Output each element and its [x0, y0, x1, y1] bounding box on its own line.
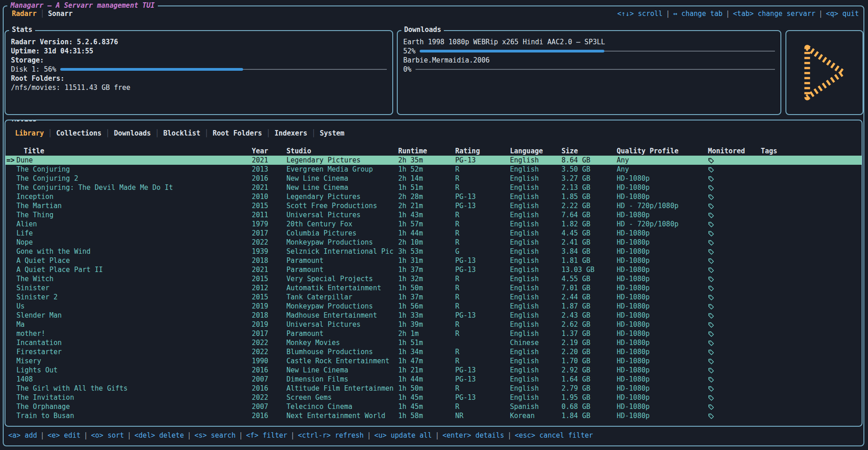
cell-title: Train to Busan: [16, 411, 252, 420]
cell-monitored: [706, 384, 761, 393]
cell-quality: HD-1080p: [617, 311, 706, 320]
version-number: 5.2.6.8376: [77, 38, 118, 46]
movies-tab-system[interactable]: System: [316, 129, 348, 137]
hint-separator: |: [187, 431, 191, 440]
cell-title: Firestarter: [16, 347, 252, 356]
cell-quality: HD-1080p: [617, 274, 706, 283]
tag-icon: [708, 267, 714, 273]
cell-quality: HD-1080p: [617, 174, 706, 183]
cell-title: Incantation: [16, 338, 252, 347]
table-row[interactable]: Inception2010Legendary Pictures2h 28mPG-…: [5, 192, 862, 201]
cell-size: 2.62 GB: [561, 320, 617, 329]
cell-studio: Tank Caterpillar: [286, 293, 398, 302]
table-row[interactable]: Sinister2012Automatik Entertainment1h 50…: [5, 283, 862, 293]
table-row[interactable]: Life2017Columbia Pictures1h 44mREnglish4…: [5, 229, 862, 238]
cell-year: 2019: [252, 302, 286, 311]
table-row[interactable]: The Witch2015Very Special Projects1h 32m…: [5, 274, 862, 283]
cell-runtime: 1h 44m: [398, 375, 455, 384]
table-row[interactable]: mother!2017Paramount2h 1mREnglish1.37 GB…: [5, 329, 862, 338]
cell-studio: New Line Cinema: [286, 183, 398, 192]
cell-title: Slender Man: [16, 311, 252, 320]
table-row[interactable]: The Conjuring: The Devil Made Me Do It20…: [5, 183, 862, 192]
tag-icon: [708, 413, 714, 419]
table-row[interactable]: Sinister 22015Tank Caterpillar1h 37mREng…: [5, 293, 862, 302]
cell-monitored: [706, 274, 761, 283]
cell-title: Alien: [16, 220, 252, 229]
movies-tab-library[interactable]: Library: [11, 129, 48, 137]
cell-title: The Conjuring 2: [16, 174, 252, 183]
tab-separator: │: [106, 129, 110, 137]
column-header-runtime: Runtime: [398, 147, 455, 156]
tab-separator: │: [48, 129, 52, 137]
table-row[interactable]: The Invitation2022Screen Gems1h 45mPG-13…: [5, 393, 862, 402]
tag-icon: [708, 340, 714, 346]
cell-size: 1.37 GB: [561, 329, 617, 338]
hint-key: <s>: [194, 431, 207, 440]
cell-language: English: [510, 229, 561, 238]
tag-icon: [708, 377, 714, 383]
cell-quality: HD-1080p: [617, 393, 706, 402]
cell-monitored: [706, 347, 761, 356]
table-row[interactable]: Slender Man2018Madhouse Entertainment1h …: [5, 311, 862, 320]
table-row[interactable]: =>Dune2021Legendary Pictures2h 35mPG-13E…: [5, 156, 862, 165]
servarr-tab-sonarr[interactable]: Sonarr: [44, 10, 76, 18]
cell-size: 2.92 GB: [561, 366, 617, 375]
tag-icon: [708, 212, 714, 219]
cell-monitored: [706, 293, 761, 302]
cell-rating: PG-13: [455, 201, 510, 210]
movies-tab-downloads[interactable]: Downloads: [110, 129, 155, 137]
table-row[interactable]: 14082007Dimension Films1h 44mPG-13Englis…: [5, 375, 862, 384]
cell-title: The Invitation: [16, 393, 252, 402]
cell-runtime: 1h 34m: [398, 347, 455, 356]
hint-separator: |: [367, 431, 371, 440]
cell-language: English: [510, 220, 561, 229]
table-row[interactable]: A Quiet Place2018Paramount1h 31mPG-13Eng…: [5, 256, 862, 265]
table-row[interactable]: Firestarter2022Blumhouse Productions1h 3…: [5, 347, 862, 356]
table-row[interactable]: Train to Busan2016Next Entertainment Wor…: [5, 411, 862, 420]
servarr-tab-radarr[interactable]: Radarr: [8, 10, 40, 18]
cell-size: 2.43 GB: [561, 311, 617, 320]
table-row[interactable]: The Conjuring2013Evergreen Media Group1h…: [5, 165, 862, 174]
movies-tab-collections[interactable]: Collections: [52, 129, 105, 137]
tab-separator: │: [40, 10, 44, 18]
cell-runtime: 1h 45m: [398, 402, 455, 411]
cell-monitored: [706, 366, 761, 375]
cell-monitored: [706, 283, 761, 293]
cell-monitored: [706, 229, 761, 238]
movies-tab-indexers[interactable]: Indexers: [270, 129, 312, 137]
selection-marker: =>: [5, 156, 16, 165]
tag-icon: [708, 258, 714, 264]
table-row[interactable]: Us2019Monkeypaw Productions1h 56mREnglis…: [5, 302, 862, 311]
hint-label: quit: [838, 10, 859, 18]
table-row[interactable]: Nope2022Monkeypaw Productions2h 10mREngl…: [5, 238, 862, 247]
hint-key: <enter>: [442, 431, 471, 440]
table-row[interactable]: Lights Out2016New Line Cinema1h 21mPG-13…: [5, 366, 862, 375]
table-row[interactable]: The Martian2015Scott Free Productions2h …: [5, 201, 862, 210]
table-row[interactable]: Gone with the Wind1939Selznick Internati…: [5, 247, 862, 256]
table-row[interactable]: Alien197920th Century Fox1h 57mREnglish1…: [5, 220, 862, 229]
cell-year: 2007: [252, 375, 286, 384]
table-row[interactable]: The Orphanage2007Telecinco Cinema1h 45mR…: [5, 402, 862, 411]
cell-language: English: [510, 366, 561, 375]
cell-size: 1.70 GB: [561, 356, 617, 366]
cell-year: 1979: [252, 220, 286, 229]
table-row[interactable]: The Girl with All the Gifts2016Altitude …: [5, 384, 862, 393]
table-row[interactable]: Misery1990Castle Rock Entertainment1h 47…: [5, 356, 862, 366]
cell-size: 4.45 GB: [561, 229, 617, 238]
cell-quality: HD-1080p: [617, 283, 706, 293]
table-row[interactable]: The Conjuring 22016New Line Cinema2h 14m…: [5, 174, 862, 183]
movies-tab-root-folders[interactable]: Root Folders: [208, 129, 266, 137]
cell-runtime: 1h 31m: [398, 256, 455, 265]
table-row[interactable]: The Thing2011Universal Pictures1h 43mREn…: [5, 210, 862, 220]
movies-tab-blocklist[interactable]: Blocklist: [159, 129, 204, 137]
cell-title: The Thing: [16, 210, 252, 220]
table-row[interactable]: A Quiet Place Part II2021Paramount1h 37m…: [5, 265, 862, 274]
column-header-studio: Studio: [286, 147, 398, 156]
table-row[interactable]: Incantation2022Monkey Movies1h 51mChines…: [5, 338, 862, 347]
table-row[interactable]: Ma2019Universal Pictures1h 39mREnglish2.…: [5, 320, 862, 329]
cell-language: English: [510, 210, 561, 220]
cell-quality: HD-1080p: [617, 229, 706, 238]
cell-runtime: 1h 51m: [398, 338, 455, 347]
cell-language: English: [510, 356, 561, 366]
cell-studio: Paramount: [286, 256, 398, 265]
